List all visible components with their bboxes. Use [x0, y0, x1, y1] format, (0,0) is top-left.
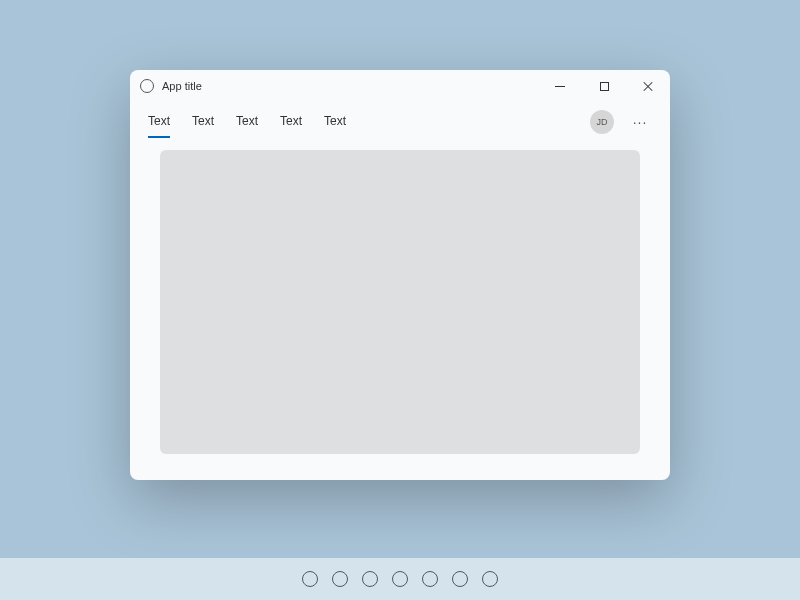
tab-3[interactable]: Text: [280, 106, 302, 138]
app-icon: [140, 79, 154, 93]
close-icon: [642, 80, 654, 92]
app-window: App title Text Text Text Text Text JD ··…: [130, 70, 670, 480]
tab-4[interactable]: Text: [324, 106, 346, 138]
content-area: [130, 142, 670, 480]
app-title: App title: [162, 80, 538, 92]
minimize-button[interactable]: [538, 70, 582, 102]
taskbar-icon-1[interactable]: [332, 571, 348, 587]
more-button[interactable]: ···: [628, 110, 652, 134]
more-icon: ···: [633, 114, 648, 130]
taskbar-icon-4[interactable]: [422, 571, 438, 587]
tab-1[interactable]: Text: [192, 106, 214, 138]
tab-0[interactable]: Text: [148, 106, 170, 138]
taskbar-icon-6[interactable]: [482, 571, 498, 587]
tab-2[interactable]: Text: [236, 106, 258, 138]
window-controls: [538, 70, 670, 102]
minimize-icon: [555, 86, 565, 87]
taskbar-icon-5[interactable]: [452, 571, 468, 587]
taskbar-icon-2[interactable]: [362, 571, 378, 587]
taskbar-icon-0[interactable]: [302, 571, 318, 587]
maximize-icon: [600, 82, 609, 91]
titlebar: App title: [130, 70, 670, 102]
taskbar: [0, 558, 800, 600]
taskbar-icon-3[interactable]: [392, 571, 408, 587]
user-avatar[interactable]: JD: [590, 110, 614, 134]
close-button[interactable]: [626, 70, 670, 102]
tab-bar: Text Text Text Text Text JD ···: [130, 102, 670, 142]
content-placeholder: [160, 150, 640, 454]
maximize-button[interactable]: [582, 70, 626, 102]
